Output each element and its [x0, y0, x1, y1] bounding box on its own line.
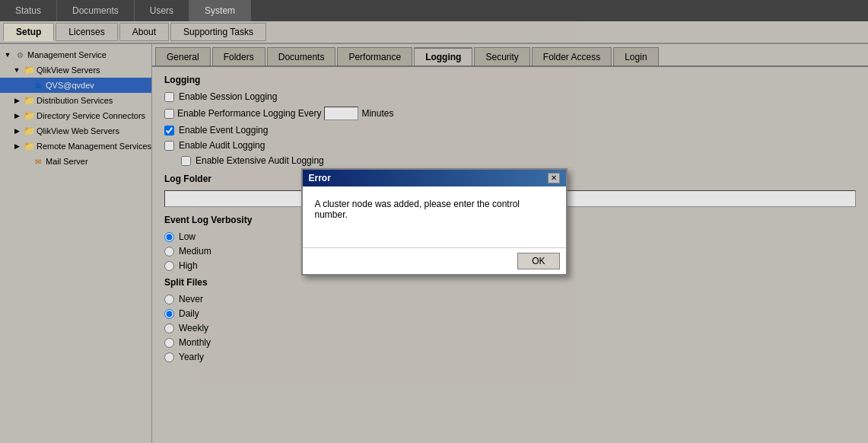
error-dialog: Error ✕ A cluster node was added, please…: [301, 168, 568, 276]
dialog-titlebar: Error ✕: [303, 170, 566, 186]
dialog-title: Error: [309, 173, 331, 183]
dialog-content: A cluster node was added, please enter t…: [303, 186, 566, 247]
dialog-footer: OK: [303, 247, 566, 274]
dialog-message: A cluster node was added, please enter t…: [315, 199, 520, 220]
dialog-close-button[interactable]: ✕: [548, 173, 560, 183]
dialog-ok-button[interactable]: OK: [517, 253, 559, 269]
dialog-overlay: Error ✕ A cluster node was added, please…: [0, 0, 868, 443]
